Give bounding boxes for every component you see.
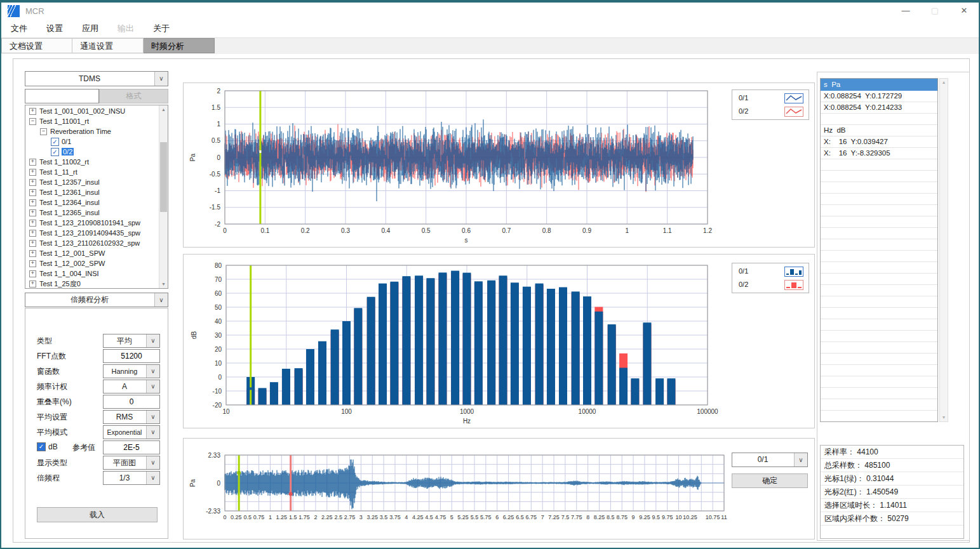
- channel-checkbox[interactable]: ✓: [51, 138, 59, 146]
- svg-text:10: 10: [676, 514, 682, 520]
- svg-text:Pa: Pa: [189, 479, 196, 487]
- scroll-up-icon[interactable]: ▲: [159, 105, 168, 114]
- analysis-type-select[interactable]: 倍频程分析 ∨: [25, 293, 168, 307]
- tree-item[interactable]: +Test 1_11002_rt: [25, 156, 168, 166]
- tree-item[interactable]: +Test 1_12365_insul: [25, 207, 168, 217]
- tree-item[interactable]: +Test 1_12_001_SPW: [25, 248, 168, 258]
- menu-item-0[interactable]: 文件: [1, 20, 37, 37]
- db-checkbox[interactable]: ✓: [37, 442, 46, 451]
- svg-text:1: 1: [626, 227, 629, 234]
- time-waveform-chart[interactable]: 21.510.50-0.5-1-1.5-200.10.20.30.40.50.6…: [183, 83, 815, 248]
- overview-channel-select[interactable]: 0/1 ∨: [732, 453, 808, 467]
- expand-icon[interactable]: +: [29, 209, 36, 216]
- overview-waveform-chart[interactable]: 2.330-2.3300.250.50.7511.251.51.7522.252…: [183, 438, 815, 539]
- tab-2[interactable]: 时频分析: [144, 38, 215, 53]
- readout-row: [821, 205, 937, 216]
- tab-1[interactable]: 通道设置: [72, 38, 144, 53]
- readout-row: X:0.088254 Y:0.172729: [821, 91, 937, 102]
- tree-item[interactable]: +Test 1_123_210914094435_spw: [25, 227, 168, 237]
- cursor-readout-list[interactable]: s PaX:0.088254 Y:0.172729X:0.088254 Y:0.…: [820, 78, 938, 422]
- svg-text:1.2: 1.2: [703, 227, 712, 234]
- tab-0[interactable]: 文档设置: [1, 38, 72, 53]
- avg-setting-select[interactable]: RMS ∨: [103, 410, 160, 424]
- overlap-input[interactable]: [103, 395, 160, 409]
- expand-icon[interactable]: +: [29, 260, 36, 267]
- readout-row: [821, 228, 937, 239]
- bar-series-icon-red: [784, 280, 803, 290]
- tree-item[interactable]: +Test 1_1_004_INSI: [25, 268, 168, 278]
- format-button[interactable]: 格式: [99, 89, 168, 103]
- close-button[interactable]: ✕: [950, 3, 979, 20]
- main-panel: TDMS ∨ 格式 +Test 1_001_001_002_INSU−Test …: [13, 58, 970, 543]
- avg-mode-select[interactable]: Exponential ∨: [103, 425, 160, 439]
- window-function-select[interactable]: Hanning ∨: [103, 364, 160, 378]
- stat-row: 光标2(红)： 1.450549: [821, 486, 963, 499]
- expand-icon[interactable]: +: [29, 230, 36, 237]
- tree-item[interactable]: −Reverberation Time: [25, 126, 168, 136]
- bar-series-icon-blue: [784, 267, 803, 277]
- tree-item[interactable]: ✓0/2: [25, 146, 168, 156]
- chevron-down-icon: ∨: [794, 453, 807, 466]
- tree-item[interactable]: +Test 1_11_rt: [25, 166, 168, 176]
- collapse-icon[interactable]: −: [29, 118, 36, 125]
- type-select[interactable]: 平均 ∨: [103, 334, 160, 348]
- tree-item-label: Test 1_12365_insul: [39, 209, 100, 216]
- minimize-button[interactable]: —: [891, 3, 920, 20]
- tree-item-label: Reverberation Time: [50, 128, 111, 135]
- expand-icon[interactable]: +: [29, 220, 36, 227]
- fft-points-input[interactable]: [103, 349, 160, 363]
- tree-item-label: Test 1_11_rt: [39, 168, 77, 176]
- scroll-thumb[interactable]: [160, 142, 167, 212]
- expand-icon[interactable]: +: [29, 189, 36, 196]
- scroll-down-icon[interactable]: ▼: [940, 414, 948, 421]
- expand-icon[interactable]: +: [29, 270, 36, 277]
- filter-input[interactable]: [25, 89, 99, 103]
- tree-item[interactable]: +Test 1_123_211026102932_spw: [25, 237, 168, 248]
- file-tree[interactable]: +Test 1_001_001_002_INSU−Test 1_11001_rt…: [25, 105, 168, 289]
- tree-item[interactable]: +Test 1_001_001_002_INSU: [25, 105, 168, 116]
- scroll-down-icon[interactable]: ▼: [159, 280, 168, 288]
- octave-select[interactable]: 1/3 ∨: [103, 471, 160, 485]
- readout-scrollbar[interactable]: ▲ ▼: [939, 78, 948, 422]
- tree-item[interactable]: ✓0/1: [25, 136, 168, 146]
- tree-item[interactable]: +Test 1_25度0: [25, 278, 168, 288]
- menu-item-1[interactable]: 设置: [37, 20, 72, 37]
- svg-text:0.5: 0.5: [243, 514, 252, 520]
- scroll-up-icon[interactable]: ▲: [940, 79, 948, 86]
- tree-item[interactable]: −Test 1_11001_rt: [25, 116, 168, 126]
- confirm-button[interactable]: 确定: [732, 473, 808, 488]
- tree-item[interactable]: +Test 1_123_210908101941_spw: [25, 217, 168, 227]
- svg-text:-1: -1: [215, 187, 220, 194]
- collapse-icon[interactable]: −: [40, 128, 47, 135]
- expand-icon[interactable]: +: [29, 281, 36, 288]
- reference-input[interactable]: [103, 440, 160, 454]
- tree-item[interactable]: +Test 1_12361_insul: [25, 187, 168, 197]
- weighting-select[interactable]: A ∨: [103, 380, 160, 394]
- readout-header-row[interactable]: s Pa: [821, 79, 937, 91]
- octave-spectrum-chart[interactable]: 80706050403020100-10-2010100100010000100…: [183, 254, 815, 428]
- readout-row: [821, 365, 937, 376]
- expand-icon[interactable]: +: [29, 199, 36, 206]
- expand-icon[interactable]: +: [29, 240, 36, 247]
- channel-checkbox[interactable]: ✓: [51, 148, 59, 156]
- file-format-select[interactable]: TDMS ∨: [25, 71, 168, 86]
- svg-text:5.75: 5.75: [480, 514, 492, 520]
- readout-row: [821, 171, 937, 182]
- tree-item[interactable]: +Test 1_12364_insul: [25, 197, 168, 207]
- menu-item-2[interactable]: 应用: [72, 20, 108, 37]
- expand-icon[interactable]: +: [29, 159, 36, 166]
- expand-icon[interactable]: +: [29, 108, 36, 115]
- load-button[interactable]: 载入: [37, 507, 158, 522]
- expand-icon[interactable]: +: [29, 169, 36, 176]
- tree-item[interactable]: +Test 1_12_002_SPW: [25, 258, 168, 268]
- svg-text:11: 11: [721, 514, 727, 520]
- maximize-button[interactable]: ▢: [920, 3, 950, 20]
- display-type-select[interactable]: 平面图 ∨: [103, 456, 160, 470]
- expand-icon[interactable]: +: [29, 179, 36, 186]
- expand-icon[interactable]: +: [29, 250, 36, 257]
- tree-scrollbar[interactable]: ▲▼: [159, 105, 168, 288]
- tree-item-label: Test 1_123_211026102932_spw: [39, 239, 140, 247]
- tree-item[interactable]: +Test 1_12357_insul: [25, 176, 168, 187]
- menu-item-4[interactable]: 关于: [144, 20, 179, 37]
- stat-row: 总采样数： 485100: [821, 459, 963, 472]
